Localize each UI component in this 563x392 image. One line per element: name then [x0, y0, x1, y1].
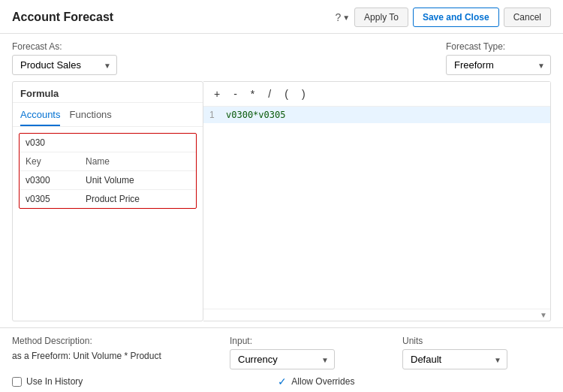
scroll-down-icon[interactable]: ▼ [540, 311, 547, 319]
formula-tabs: Accounts Functions [13, 103, 203, 127]
formula-operators-bar: + - * / ( ) [203, 82, 550, 107]
top-controls: Forecast As: Product Sales Unit Sales Re… [0, 34, 563, 81]
allow-overrides-check-icon: ✓ [278, 375, 287, 387]
line-number-1: 1 [209, 110, 220, 120]
editor-panel: + - * / ( ) 1 v0300*v0305 ▼ [203, 81, 551, 321]
forecast-type-label: Forecast Type: [446, 41, 551, 52]
row-name-2: Product Price [86, 194, 140, 204]
accounts-column-headers: Key Name [20, 152, 196, 171]
bottom-section: Method Description: as a Freeform: Unit … [0, 327, 563, 392]
units-select[interactable]: Default Thousands Millions [402, 349, 507, 369]
formula-editor-area[interactable]: 1 v0300*v0305 [203, 107, 550, 309]
allow-overrides-group: ✓ Allow Overrides [278, 375, 354, 387]
cancel-button[interactable]: Cancel [504, 8, 551, 27]
header-actions: ? ▼ Apply To Save and Close Cancel [335, 8, 551, 27]
forecast-type-wrapper: Freeform Standard Custom ▼ [446, 55, 551, 75]
forecast-as-wrapper: Product Sales Unit Sales Revenue ▼ [12, 55, 117, 75]
input-select[interactable]: Currency Percent Units [230, 349, 335, 369]
main-content: Formula Accounts Functions v030 Key Name… [0, 81, 563, 321]
method-description-group: Method Description: as a Freeform: Unit … [12, 336, 207, 363]
use-in-history-label: Use In History [26, 376, 83, 387]
formula-line-1: 1 v0300*v0305 [203, 107, 550, 123]
formula-code-1: v0300*v0305 [226, 110, 285, 120]
method-description-label: Method Description: [12, 336, 207, 346]
bottom-row-1: Method Description: as a Freeform: Unit … [12, 336, 551, 369]
header: Account Forecast ? ▼ Apply To Save and C… [0, 0, 563, 34]
operator-close-paren-button[interactable]: ) [300, 88, 307, 100]
forecast-type-group: Forecast Type: Freeform Standard Custom … [446, 41, 551, 75]
formula-panel-title: Formula [13, 82, 203, 103]
forecast-as-select[interactable]: Product Sales Unit Sales Revenue [12, 55, 117, 75]
forecast-as-group: Forecast As: Product Sales Unit Sales Re… [12, 41, 117, 75]
save-and-close-button[interactable]: Save and Close [413, 8, 499, 27]
operator-minus-button[interactable]: - [232, 88, 239, 100]
use-in-history-group: Use In History [12, 376, 83, 387]
input-select-wrapper: Currency Percent Units ▼ [230, 349, 335, 369]
help-icon: ? [335, 11, 341, 23]
allow-overrides-label: Allow Overrides [291, 376, 354, 387]
editor-scrollbar: ▼ [203, 309, 550, 321]
row-name-1: Unit Volume [86, 175, 134, 185]
accounts-list-header: v030 [20, 134, 196, 152]
tab-accounts[interactable]: Accounts [20, 106, 60, 126]
row-key-1: v0300 [26, 175, 86, 185]
accounts-list: v030 Key Name v0300 Unit Volume v0305 Pr… [19, 133, 197, 209]
row-key-2: v0305 [26, 194, 86, 204]
units-label: Units [402, 336, 522, 346]
page-title: Account Forecast [12, 11, 113, 24]
forecast-as-label: Forecast As: [12, 41, 117, 52]
input-group: Input: Currency Percent Units ▼ [230, 336, 380, 369]
operator-divide-button[interactable]: / [266, 88, 272, 100]
table-row[interactable]: v0305 Product Price [20, 190, 196, 208]
bottom-row-2: Use In History ✓ Allow Overrides [12, 375, 551, 387]
help-button[interactable]: ? ▼ [335, 11, 350, 23]
forecast-type-select[interactable]: Freeform Standard Custom [446, 55, 551, 75]
units-select-wrapper: Default Thousands Millions ▼ [402, 349, 507, 369]
tab-functions[interactable]: Functions [69, 106, 111, 126]
operator-plus-button[interactable]: + [212, 88, 221, 100]
help-chevron-icon: ▼ [342, 14, 350, 22]
col-header-key: Key [26, 156, 86, 167]
col-header-name: Name [86, 156, 110, 167]
method-description-value: as a Freeform: Unit Volume * Product [12, 349, 207, 363]
units-group: Units Default Thousands Millions ▼ [402, 336, 522, 369]
formula-panel: Formula Accounts Functions v030 Key Name… [12, 81, 203, 321]
table-row[interactable]: v0300 Unit Volume [20, 171, 196, 190]
apply-to-button[interactable]: Apply To [354, 8, 408, 27]
input-label: Input: [230, 336, 380, 346]
use-in-history-checkbox[interactable] [12, 377, 22, 387]
operator-multiply-button[interactable]: * [249, 88, 256, 100]
operator-open-paren-button[interactable]: ( [283, 88, 290, 100]
